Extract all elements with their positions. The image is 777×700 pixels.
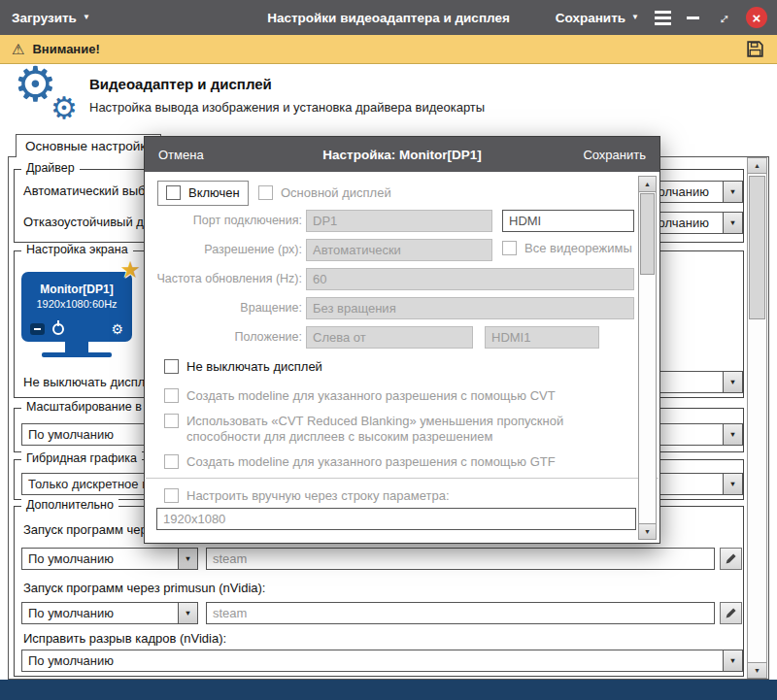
failsafe-driver-label: Отказоустойчивый др [23,215,151,229]
save-label: Сохранить [556,11,625,25]
monitor-gear-icon[interactable]: ⚙ [111,322,123,336]
dialog-scrollbar[interactable]: ▲ ▼ [638,176,657,540]
scrollbar-thumb[interactable] [749,176,765,319]
resolution-label: Разрешение (px): [149,243,302,256]
primus-command-input[interactable] [206,548,715,570]
page-title: Видеоадаптер и дисплей [89,76,272,92]
minimize-button[interactable] [687,7,699,28]
save-menu-button[interactable]: Сохранить ▼ [556,11,639,25]
load-menu-button[interactable]: Загрузить ▼ [12,0,90,35]
monitor-screen[interactable]: ★ Monitor[DP1] 1920x1080:60Hz ⚙ [21,272,132,342]
keep-on-checkbox[interactable] [164,359,179,374]
resolution-input [306,239,492,261]
extra-group-legend: Дополнительно [21,498,118,512]
port-label: Порт подключения: [149,214,302,227]
load-label: Загрузить [12,11,77,25]
enabled-checkbox[interactable] [166,185,181,200]
maximize-button[interactable]: ↔ [715,7,730,28]
position-mode-input [306,326,473,349]
hybrid-group-legend: Гибридная графика [21,451,142,465]
scroll-down-button[interactable]: ▼ [748,662,766,678]
all-modes-checkbox [502,241,517,255]
chevron-down-icon: ▼ [723,182,742,202]
pencil-icon [725,607,737,619]
floppy-icon [745,39,765,59]
close-button[interactable]: × [746,7,767,28]
enabled-checkbox-group[interactable]: Включен [157,181,249,206]
tearfix-select[interactable]: По умолчанию ▼ [21,650,743,672]
main-scrollbar[interactable]: ▲ ▼ [747,157,767,679]
bottom-bar [0,680,777,700]
manual-mode-input [156,508,636,530]
primusrun-label: Запуск программ через primusun (nVidia): [23,581,265,595]
warning-icon: ⚠ [12,41,24,58]
primary-star-icon: ★ [119,258,141,282]
primusrun-command-input[interactable] [206,602,715,624]
gtf-checkbox-group: Создать modeline для указанного разрешен… [164,454,556,470]
primary-display-checkbox-group: Основной дисплей [258,185,391,201]
monitor-mode: 1920x1080:60Hz [21,296,132,310]
refresh-input [306,268,634,290]
cvt-checkbox [164,388,179,403]
save-file-button[interactable] [745,39,765,59]
chevron-down-icon: ▼ [723,372,742,392]
video-settings-icon: ⚙ ⚙ [14,64,87,132]
monitor-settings-dialog: Отмена Настройка: Monitor[DP1] Сохранить… [144,136,660,544]
scrollbar-thumb[interactable] [640,193,655,275]
chevron-down-icon: ▼ [178,549,197,569]
dialog-save-button[interactable]: Сохранить [583,137,646,172]
display-icon[interactable] [30,323,45,335]
chevron-down-icon: ▼ [723,474,742,494]
monitor-widget[interactable]: ★ Monitor[DP1] 1920x1080:60Hz ⚙ [21,272,132,357]
dialog-header: Отмена Настройка: Monitor[DP1] Сохранить [145,137,659,172]
scroll-down-button[interactable]: ▼ [639,523,656,539]
power-icon[interactable] [52,323,64,335]
screen-group-legend: Настройка экрана [21,243,133,256]
app-header: ⚙ ⚙ Видеоадаптер и дисплей Настройка выв… [0,64,777,134]
page-subtitle: Настройка вывода изображения и установка… [89,100,485,115]
manual-checkbox-group: Настроить вручную через строку параметра… [164,488,450,504]
tearfix-label: Исправить разрыв кадров (nVidia): [23,631,226,646]
manual-checkbox [164,488,179,503]
minimize-icon [687,17,699,19]
primusrun-select[interactable]: По умолчанию ▼ [21,602,198,624]
monitor-stand [65,342,88,352]
monitor-name: Monitor[DP1] [21,272,132,296]
primary-display-label: Основной дисплей [281,185,391,201]
primus-select[interactable]: По умолчанию ▼ [21,548,198,570]
pencil-icon [725,552,737,565]
section-divider [146,478,659,479]
chevron-down-icon: ▼ [83,14,90,21]
gear-icon: ⚙ [51,93,78,123]
driver-group-legend: Драйвер [21,161,80,175]
primus-edit-button[interactable] [720,548,742,570]
primusrun-edit-button[interactable] [720,602,742,624]
chevron-down-icon: ▼ [723,213,742,233]
keep-on-checkbox-group[interactable]: Не выключать дисплей [164,359,322,375]
primus-label: Запуск программ чере [23,522,154,537]
tab-basic-settings[interactable]: Основные настройки [16,134,161,157]
scroll-up-button[interactable]: ▲ [748,158,766,174]
reduced-blanking-label: Использовать «CVT Reduced Blanking» умен… [186,414,633,445]
reduced-blanking-checkbox-group: Использовать «CVT Reduced Blanking» умен… [164,414,634,445]
warning-text: Внимание! [32,42,99,56]
scaling-group-legend: Масштабирование в [21,400,147,414]
menu-button[interactable] [655,7,671,28]
cvt-label: Создать modeline для указанного разрешен… [186,388,556,404]
expand-icon: ↔ [712,7,734,29]
app-window: Загрузить ▼ Настройки видеоадаптера и ди… [0,0,777,700]
hamburger-icon [655,17,671,19]
dialog-cancel-button[interactable]: Отмена [158,137,204,172]
titlebar: Загрузить ▼ Настройки видеоадаптера и ди… [0,0,777,35]
scroll-up-button[interactable]: ▲ [639,177,656,192]
gtf-checkbox [164,454,179,469]
titlebar-actions: Сохранить ▼ ↔ × [556,0,767,35]
manual-label: Настроить вручную через строку параметра… [186,488,450,504]
warning-bar: ⚠ Внимание! [0,35,777,64]
position-ref-input [485,326,599,349]
auto-driver-label: Автоматический выб [23,183,145,198]
close-icon: × [753,10,761,26]
monitor-base [42,352,112,357]
port-custom-input[interactable] [502,210,634,232]
all-modes-label: Все видеорежимы [524,241,632,256]
